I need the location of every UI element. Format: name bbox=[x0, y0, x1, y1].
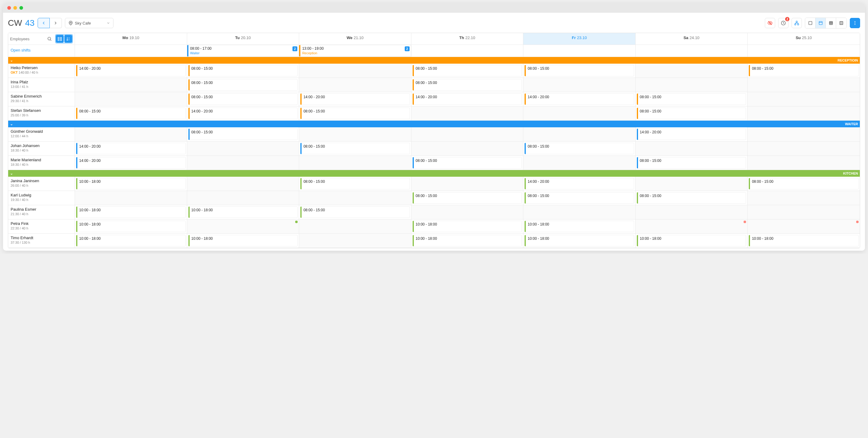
view-month-button[interactable] bbox=[826, 18, 836, 28]
shift-cell[interactable]: 10:00 - 18:00 bbox=[75, 234, 187, 248]
shift-cell[interactable]: 08:00 - 15:00 bbox=[187, 127, 300, 141]
shift-cell[interactable]: 08:00 - 15:00 bbox=[636, 106, 748, 121]
shift[interactable]: 08:00 - 15:00 bbox=[525, 143, 634, 154]
shift-cell[interactable]: 08:00 - 15:00 bbox=[748, 177, 860, 191]
shift-cell[interactable]: 08:00 - 15:00 bbox=[523, 191, 636, 205]
day-header[interactable]: Fr23.10 bbox=[523, 33, 636, 45]
shift[interactable]: 14:00 - 20:00 bbox=[300, 93, 410, 105]
shift-cell[interactable] bbox=[411, 127, 524, 141]
group-header[interactable]: ⌄WAITER bbox=[8, 121, 860, 127]
shift-cell[interactable]: 08:00 - 15:00 bbox=[411, 64, 524, 78]
shift[interactable]: 08:00 - 15:00 bbox=[413, 79, 522, 91]
shift-cell[interactable] bbox=[75, 191, 187, 205]
shift-cell[interactable]: 14:00 - 20:00 bbox=[75, 141, 187, 156]
employee-cell[interactable]: Sabine Emmerich 29:30 / 41 h bbox=[8, 92, 75, 106]
employee-cell[interactable]: Paulina Esmer 21:30 / 40 h bbox=[8, 205, 75, 220]
shift[interactable]: 08:00 - 15:00 bbox=[188, 129, 298, 140]
shift[interactable]: 10:00 - 18:00 bbox=[76, 178, 186, 190]
visibility-toggle-button[interactable] bbox=[765, 18, 775, 28]
view-week-button[interactable] bbox=[815, 18, 826, 28]
shift-cell[interactable]: 08:00 - 15:00 bbox=[299, 141, 411, 156]
shift-cell[interactable] bbox=[75, 92, 187, 106]
shift-cell[interactable]: 10:00 - 18:00 bbox=[75, 177, 187, 191]
shift-cell[interactable] bbox=[187, 141, 300, 156]
shift[interactable]: 10:00 - 18:00 bbox=[413, 221, 522, 232]
shift[interactable]: 14:00 - 20:00 bbox=[76, 143, 186, 154]
employee-cell[interactable]: Irina Pfalz 13:00 / 41 h bbox=[8, 78, 75, 92]
shift-cell[interactable]: 08:00 - 15:00 bbox=[748, 64, 860, 78]
shift-cell[interactable]: 08:00 - 15:00 bbox=[523, 141, 636, 156]
shift-cell[interactable]: 08:00 - 15:00 bbox=[411, 78, 524, 92]
shift-cell[interactable] bbox=[748, 78, 860, 92]
shift-cell[interactable]: 08:00 - 15:00 bbox=[636, 92, 748, 106]
shift-cell[interactable]: 08:00 - 15:00 bbox=[75, 106, 187, 121]
shift[interactable]: 10:00 - 18:00 bbox=[637, 235, 746, 246]
shift-cell[interactable] bbox=[187, 156, 300, 170]
day-header[interactable]: Th22.10 bbox=[411, 33, 524, 45]
shift-cell[interactable]: 08:00 - 15:00 bbox=[299, 177, 411, 191]
employee-cell[interactable]: Marie Marienland 18:30 / 40 h bbox=[8, 156, 75, 170]
day-header[interactable]: Mo19.10 bbox=[75, 33, 187, 45]
shift-cell[interactable] bbox=[636, 64, 748, 78]
shift-cell[interactable]: 08:00 - 15:00 bbox=[636, 191, 748, 205]
shift-cell[interactable]: 10:00 - 18:00 bbox=[523, 234, 636, 248]
open-shift-cell[interactable]: 13:00 - 19:00 Reception 2 bbox=[299, 45, 411, 57]
open-shifts-label[interactable]: Open shifts bbox=[8, 45, 75, 57]
shift[interactable]: 10:00 - 18:00 bbox=[749, 235, 859, 246]
shift-cell[interactable] bbox=[636, 78, 748, 92]
more-menu-button[interactable] bbox=[850, 18, 860, 28]
shift-cell[interactable] bbox=[523, 127, 636, 141]
shift[interactable]: 10:00 - 18:00 bbox=[525, 221, 634, 232]
shift[interactable]: 08:00 - 15:00 bbox=[413, 192, 522, 204]
shift[interactable]: 08:00 - 15:00 bbox=[525, 65, 634, 76]
shift-cell[interactable] bbox=[636, 205, 748, 220]
shift[interactable]: 14:00 - 20:00 bbox=[637, 129, 746, 140]
shift-cell[interactable] bbox=[411, 205, 524, 220]
shift-cell[interactable] bbox=[299, 64, 411, 78]
shift-cell[interactable]: 14:00 - 20:00 bbox=[75, 156, 187, 170]
shift-cell[interactable]: 08:00 - 15:00 bbox=[187, 78, 300, 92]
shift[interactable]: 08:00 - 15:00 bbox=[637, 192, 746, 204]
open-shift-cell[interactable] bbox=[75, 45, 187, 57]
shift-cell[interactable] bbox=[748, 141, 860, 156]
shift-cell[interactable] bbox=[411, 141, 524, 156]
shift[interactable]: 10:00 - 18:00 bbox=[525, 235, 634, 246]
shift[interactable]: 08:00 - 15:00 bbox=[300, 206, 410, 218]
window-close[interactable] bbox=[7, 6, 11, 10]
shift-cell[interactable] bbox=[299, 127, 411, 141]
shift-cell[interactable] bbox=[636, 220, 748, 234]
shift[interactable]: 08:00 - 15:00 bbox=[300, 178, 410, 190]
shift[interactable]: 08:00 - 15:00 bbox=[300, 108, 410, 119]
employee-cell[interactable]: Karl Ludwig 19:30 / 40 h bbox=[8, 191, 75, 205]
history-button[interactable]: 2 bbox=[778, 18, 788, 28]
day-header[interactable]: Sa24.10 bbox=[636, 33, 748, 45]
employee-cell[interactable]: Heiko Petersen OKT 140:00 / 40 h bbox=[8, 64, 75, 78]
employee-cell[interactable]: Timo Erhardt 37:30 / 130 h bbox=[8, 234, 75, 248]
shift[interactable]: 08:00 - 15:00 bbox=[188, 79, 298, 91]
employee-cell[interactable]: Janina Janinsen 26:00 / 40 h bbox=[8, 177, 75, 191]
open-shift-cell[interactable] bbox=[411, 45, 524, 57]
shift[interactable]: 14:00 - 20:00 bbox=[413, 93, 522, 105]
shift-cell[interactable]: 08:00 - 15:00 bbox=[523, 64, 636, 78]
shift-cell[interactable] bbox=[299, 234, 411, 248]
shift-cell[interactable]: 14:00 - 20:00 bbox=[523, 177, 636, 191]
shift-cell[interactable] bbox=[411, 177, 524, 191]
shift[interactable]: 08:00 - 15:00 bbox=[413, 157, 522, 169]
shift[interactable]: 10:00 - 18:00 bbox=[76, 235, 186, 246]
shift-cell[interactable] bbox=[748, 106, 860, 121]
shift-cell[interactable] bbox=[187, 191, 300, 205]
sort-az-button[interactable]: AZ bbox=[64, 35, 72, 43]
shift-cell[interactable]: 14:00 - 20:00 bbox=[299, 92, 411, 106]
shift-cell[interactable] bbox=[299, 191, 411, 205]
employee-cell[interactable]: Günther Gronwald 12:00 / 44 h bbox=[8, 127, 75, 141]
shift-cell[interactable] bbox=[187, 177, 300, 191]
shift[interactable]: 08:00 - 15:00 bbox=[637, 157, 746, 169]
shift[interactable]: 08:00 - 15:00 bbox=[76, 108, 186, 119]
prev-week-button[interactable] bbox=[38, 18, 50, 28]
shift[interactable]: 08:00 - 15:00 bbox=[188, 93, 298, 105]
employee-cell[interactable]: Petra Fink 22:30 / 40 h bbox=[8, 220, 75, 234]
org-chart-button[interactable] bbox=[792, 18, 802, 28]
shift-cell[interactable] bbox=[523, 106, 636, 121]
shift-cell[interactable] bbox=[523, 156, 636, 170]
shift-cell[interactable]: 08:00 - 15:00 bbox=[411, 191, 524, 205]
